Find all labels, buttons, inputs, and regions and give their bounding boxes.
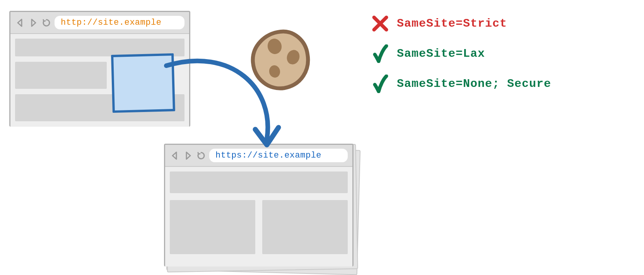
legend-label: SameSite=None; Secure [397,77,551,90]
content-block [262,200,348,254]
content-block [15,62,107,89]
content-block [170,200,255,254]
legend-row-none: SameSite=None; Secure [371,75,551,93]
check-icon [371,75,389,93]
forward-icon [28,18,38,28]
legend-row-strict: SameSite=Strict [371,15,551,32]
check-icon [371,45,389,63]
browser-content-target [165,167,352,267]
cookie-policy-legend: SameSite=Strict SameSite=Lax SameSite=No… [371,15,551,105]
url-bar-source: http://site.example [55,16,184,29]
legend-label: SameSite=Lax [397,47,485,60]
cookie-icon [248,27,313,93]
reload-icon [41,18,51,28]
legend-label: SameSite=Strict [397,17,507,30]
browser-target-stack: https://site.example [164,144,355,269]
content-block [170,171,348,193]
cross-icon [371,15,389,32]
browser-toolbar: http://site.example [10,12,189,34]
back-icon [15,18,25,28]
legend-row-lax: SameSite=Lax [371,45,551,63]
